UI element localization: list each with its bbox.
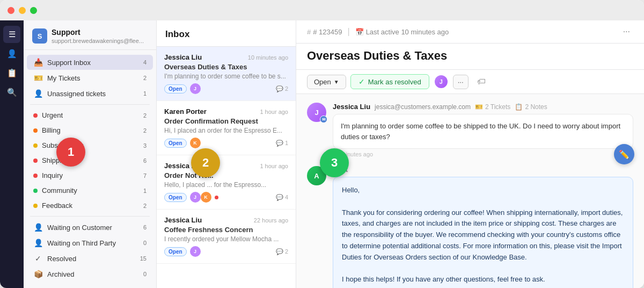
inbox-header: Inbox (157, 20, 296, 47)
close-btn[interactable] (8, 7, 14, 14)
unassigned-label: Unassigned tickets (47, 90, 143, 98)
ticket-subject-3: Order Not Re... (164, 171, 288, 179)
resolved-label: Resolved (47, 255, 140, 263)
customer-message-time: 10 minutes ago (333, 151, 633, 157)
support-inbox-count: 4 (143, 59, 147, 66)
billing-count: 2 (143, 127, 147, 134)
ticket-time-3: 1 hour ago (260, 163, 288, 169)
inbox-title: Inbox (165, 29, 287, 40)
icon-rail: ☰ 👤 📋 🔍 (0, 20, 24, 288)
ticket-item-3[interactable]: Jessica Liu 1 hour ago Order Not Re... H… (157, 155, 296, 210)
ticket-sender-4: Jessica Liu (164, 216, 202, 224)
mark-resolved-button[interactable]: ✓ Mark as resolved (350, 74, 429, 89)
ticket-unread-dot-3 (215, 196, 218, 199)
ticket-last-active: 📅 Last active 10 minutes ago (355, 28, 449, 36)
community-dot (33, 189, 38, 193)
sidebar-item-inquiry[interactable]: Inquiry 7 (27, 168, 153, 183)
titlebar (0, 0, 644, 20)
ticket-time-1: 10 minutes ago (248, 54, 288, 61)
sidebar-item-shipping[interactable]: Shipping 6 (27, 153, 153, 168)
sidebar-item-community[interactable]: Community 1 (27, 183, 153, 198)
sidebar-item-resolved[interactable]: ✓ Resolved 15 (27, 251, 153, 266)
messages-area[interactable]: J ✉ Jessica Liu jessica@customers.exampl… (296, 94, 644, 288)
feedback-dot (33, 204, 38, 208)
ticket-avatar-2: K (190, 138, 201, 148)
waiting-customer-count: 6 (143, 224, 147, 231)
shipping-dot (33, 159, 38, 163)
app-body: ☰ 👤 📋 🔍 S Support support.brewedawakenin… (0, 20, 644, 288)
ticket-badge-4: Open (164, 247, 187, 256)
workspace-name: Support (52, 28, 144, 37)
subscriptions-label: Subscriptions (42, 141, 143, 149)
community-label: Community (42, 186, 143, 195)
rail-menu-icon[interactable]: ☰ (3, 26, 20, 43)
ticket-subject-1: Overseas Duties & Taxes (164, 63, 288, 71)
archived-count: 0 (143, 271, 147, 277)
billing-dot (33, 128, 38, 133)
draft-block: A Draft Hello, Thank you for considering… (307, 166, 633, 288)
draft-label: Draft (333, 166, 633, 174)
rail-notes-icon[interactable]: 📋 (3, 64, 20, 82)
status-open-button[interactable]: Open ▼ (307, 75, 346, 89)
customer-email: jessica@customers.example.com (375, 103, 471, 111)
waiting-third-icon: 👤 (33, 239, 43, 247)
assignee-more-button[interactable]: ··· (453, 75, 469, 89)
sidebar-item-urgent[interactable]: Urgent 2 (27, 108, 153, 123)
shipping-count: 6 (143, 157, 147, 164)
sidebar-item-archived[interactable]: 📦 Archived 0 (27, 267, 153, 282)
sidebar-item-feedback[interactable]: Feedback 2 (27, 198, 153, 213)
inquiry-label: Inquiry (42, 171, 143, 179)
draft-content: Draft Hello, Thank you for considering o… (333, 166, 633, 288)
sidebar-item-billing[interactable]: Billing 2 (27, 123, 153, 138)
ticket-badge-2: Open (164, 139, 187, 148)
header-more-button[interactable]: ··· (620, 25, 633, 38)
inbox-icon: 📥 (33, 58, 43, 67)
shipping-label: Shipping (42, 156, 143, 164)
sidebar-item-my-tickets[interactable]: 🎫 My Tickets 2 (27, 70, 153, 85)
sidebar-item-subscriptions[interactable]: Subscriptions 3 (27, 138, 153, 153)
ticket-badge-3: Open (164, 193, 187, 202)
minimize-btn[interactable] (19, 7, 26, 14)
ticket-preview-2: Hi, I placed an order for the Espresso E… (164, 127, 288, 134)
waiting-third-label: Waiting on Third Party (47, 239, 143, 247)
sidebar-item-support-inbox[interactable]: 📥 Support Inbox 4 (27, 55, 153, 70)
main-wrapper: # # 123459 | 📅 Last active 10 minutes ag… (296, 20, 644, 288)
ticket-sender-1: Jessica Liu (164, 53, 202, 61)
waiting-customer-icon: 👤 (33, 223, 43, 232)
customer-message-text: I'm planning to order some coffee to be … (333, 114, 633, 149)
action-bar: Open ▼ ✓ Mark as resolved J ··· 🏷 (296, 70, 644, 94)
inquiry-count: 7 (143, 172, 147, 179)
sidebar-item-unassigned[interactable]: 👤 Unassigned tickets 1 (27, 86, 153, 101)
sidebar-item-waiting-customer[interactable]: 👤 Waiting on Customer 6 (27, 220, 153, 235)
my-tickets-count: 2 (143, 75, 147, 81)
ticket-avatar-3a: J (190, 192, 201, 203)
unassigned-icon: 👤 (33, 89, 43, 98)
rail-user-icon[interactable]: 👤 (3, 45, 20, 62)
waiting-customer-label: Waiting on Customer (47, 224, 143, 232)
archived-label: Archived (47, 270, 143, 278)
tag-button[interactable]: 🏷 (473, 74, 490, 89)
subscriptions-dot (33, 143, 38, 148)
ticket-item-4[interactable]: Jessica Liu 22 hours ago Coffee Freshnes… (157, 210, 296, 264)
ticket-item-2[interactable]: Karen Porter 1 hour ago Order Confirmati… (157, 101, 296, 155)
customer-notes-meta: 📋 2 Notes (515, 103, 547, 111)
assignee-avatar: J (434, 74, 449, 89)
sidebar: S Support support.brewedawakenings@flee.… (24, 20, 157, 288)
resolved-icon: ✓ (33, 254, 43, 263)
customer-avatar-email-icon: ✉ (320, 116, 327, 123)
ticket-replies-4: 💬 2 (276, 248, 288, 255)
sidebar-nav: 📥 Support Inbox 4 🎫 My Tickets 2 👤 Unass… (24, 50, 156, 288)
billing-label: Billing (42, 126, 143, 134)
sidebar-item-waiting-third[interactable]: 👤 Waiting on Third Party 0 (27, 235, 153, 250)
rail-search-icon[interactable]: 🔍 (3, 84, 20, 101)
maximize-btn[interactable] (30, 7, 37, 14)
inquiry-dot (33, 174, 38, 178)
inbox-list: Inbox Jessica Liu 10 minutes ago Oversea… (157, 20, 296, 288)
ticket-item-1[interactable]: Jessica Liu 10 minutes ago Overseas Duti… (157, 47, 296, 101)
tickets-icon: 🎫 (33, 74, 43, 82)
open-label: Open (314, 78, 331, 86)
ticket-subject-4: Coffee Freshness Concern (164, 226, 288, 234)
workspace-header: S Support support.brewedawakenings@flee.… (24, 20, 156, 50)
compose-fab[interactable]: ✏️ (614, 144, 634, 164)
agent-avatar: A (307, 166, 326, 185)
